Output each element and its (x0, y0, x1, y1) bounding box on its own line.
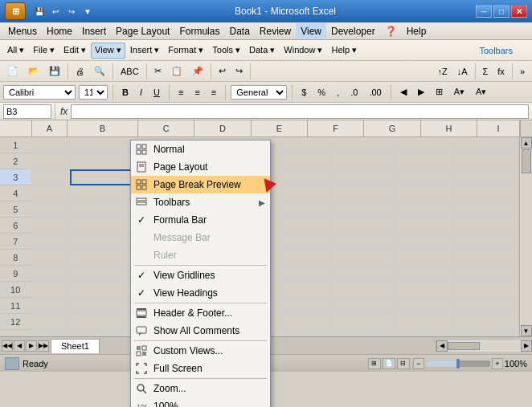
sum-btn[interactable]: Σ (479, 63, 493, 79)
tab-next-btn[interactable]: ▶ (26, 340, 37, 352)
zoom-out-btn[interactable]: − (413, 358, 424, 369)
spell-btn[interactable]: ABC (117, 63, 143, 79)
menu-item-custom-views[interactable]: Custom Views... (131, 342, 270, 360)
cell-e6[interactable] (271, 218, 333, 234)
col-header-b[interactable]: B (68, 120, 138, 136)
font-color-btn[interactable]: A▾ (472, 84, 490, 100)
col-header-e[interactable]: E (252, 120, 308, 136)
cell-h10[interactable] (456, 282, 518, 298)
cell-f11[interactable] (333, 298, 395, 314)
cell-g2[interactable] (395, 153, 456, 169)
redo-btn[interactable]: ↪ (231, 63, 247, 79)
indent-inc-btn[interactable]: ▶ (414, 84, 428, 100)
zoom-slider[interactable] (426, 360, 490, 367)
undo-quick-btn[interactable]: ↩ (48, 4, 63, 18)
menu-item-normal[interactable]: Normal (131, 140, 270, 158)
h-scroll-thumb[interactable] (448, 342, 480, 350)
cell-g6[interactable] (395, 218, 456, 234)
cell-e2[interactable] (271, 153, 333, 169)
view-menu[interactable]: View ▾ (91, 43, 125, 59)
fill-color-btn[interactable]: A▾ (450, 84, 469, 100)
func-btn[interactable]: fx (493, 63, 509, 79)
paste-btn[interactable]: 📌 (188, 63, 207, 79)
bold-btn[interactable]: B (118, 84, 133, 100)
currency-btn[interactable]: $ (297, 84, 310, 100)
save-btn[interactable]: 💾 (45, 63, 64, 79)
help-icon[interactable]: ❓ (380, 23, 402, 39)
menu-item-full-screen[interactable]: Full Screen (131, 360, 270, 377)
cell-g9[interactable] (395, 266, 456, 282)
tab-menus[interactable]: Menus (3, 23, 42, 39)
tab-first-btn[interactable]: ◀◀ (2, 340, 13, 352)
office-button[interactable]: ⊞ (5, 2, 26, 20)
indent-dec-btn[interactable]: ◀ (396, 84, 411, 100)
comma-btn[interactable]: , (333, 84, 343, 100)
percent-btn[interactable]: % (313, 84, 329, 100)
cell-g5[interactable] (395, 201, 456, 218)
cell-h9[interactable] (456, 266, 518, 282)
print-btn[interactable]: 🖨 (72, 63, 88, 79)
cell-h6[interactable] (456, 218, 518, 234)
cell-a3[interactable] (31, 169, 69, 185)
cell-h8[interactable] (456, 250, 518, 266)
menu-item-toolbars[interactable]: Toolbars ▶ (131, 193, 270, 211)
cell-a8[interactable] (31, 250, 69, 266)
cell-h12[interactable] (456, 314, 518, 330)
scroll-down-btn[interactable]: ▼ (521, 325, 532, 336)
col-header-c[interactable]: C (138, 120, 194, 136)
format-menu[interactable]: Format ▾ (164, 43, 207, 59)
cell-a10[interactable] (31, 282, 69, 298)
sort-asc-btn[interactable]: ↑Z (433, 63, 451, 79)
menu-item-zoom-100[interactable]: 100 100% (131, 397, 270, 407)
cell-f10[interactable] (333, 282, 395, 298)
cell-f7[interactable] (333, 234, 395, 250)
new-btn[interactable]: 📄 (3, 63, 23, 79)
tab-insert[interactable]: Insert (77, 23, 111, 39)
cell-h2[interactable] (456, 153, 518, 169)
cell-a5[interactable] (31, 201, 69, 218)
menu-item-formula-bar[interactable]: ✓ Formula Bar (131, 211, 270, 229)
cell-f6[interactable] (333, 218, 395, 234)
cell-f5[interactable] (333, 201, 395, 218)
cell-e4[interactable] (271, 185, 333, 201)
cell-e1[interactable] (271, 137, 333, 153)
tab-developer[interactable]: Developer (326, 23, 380, 39)
formula-input[interactable] (71, 104, 529, 119)
cell-a9[interactable] (31, 266, 69, 282)
cell-f4[interactable] (333, 185, 395, 201)
cell-f2[interactable] (333, 153, 395, 169)
h-scroll-track[interactable] (448, 342, 521, 350)
scroll-up-btn[interactable]: ▲ (521, 137, 532, 149)
number-format-select[interactable]: General (231, 85, 287, 100)
tab-formulas[interactable]: Formulas (174, 23, 224, 39)
menu-item-header-footer[interactable]: Header & Footer... (131, 304, 270, 322)
tab-data[interactable]: Data (224, 23, 254, 39)
font-size-select[interactable]: 11 (79, 85, 108, 100)
menu-item-page-break-preview[interactable]: Page Break Preview (131, 176, 270, 193)
cell-h1[interactable] (456, 137, 518, 153)
col-header-i[interactable]: I (477, 120, 520, 136)
help-menu[interactable]: Help ▾ (328, 43, 362, 59)
align-center-btn[interactable]: ≡ (190, 84, 203, 100)
cell-e9[interactable] (271, 266, 333, 282)
redo-quick-btn[interactable]: ↪ (64, 4, 79, 18)
menu-item-view-headings[interactable]: ✓ View Headings (131, 284, 270, 302)
view-dropdown-menu[interactable]: Normal Page Layout Page Break Preview (130, 140, 271, 407)
cell-e7[interactable] (271, 234, 333, 250)
cell-h3[interactable] (456, 169, 518, 185)
tab-home[interactable]: Home (42, 23, 77, 39)
page-layout-btn[interactable]: 📄 (383, 358, 395, 369)
file-menu[interactable]: File ▾ (29, 43, 59, 59)
tab-review[interactable]: Review (255, 23, 296, 39)
cell-reference-box[interactable]: B3 (3, 104, 51, 119)
cell-g12[interactable] (395, 314, 456, 330)
menu-item-view-gridlines[interactable]: ✓ View Gridlines (131, 267, 270, 284)
align-left-btn[interactable]: ≡ (174, 84, 187, 100)
close-button[interactable]: ✕ (511, 5, 527, 18)
preview-btn[interactable]: 🔍 (90, 63, 109, 79)
data-menu[interactable]: Data ▾ (245, 43, 279, 59)
cell-h11[interactable] (456, 298, 518, 314)
tools-menu[interactable]: Tools ▾ (208, 43, 244, 59)
col-header-f[interactable]: F (308, 120, 364, 136)
italic-btn[interactable]: I (136, 84, 146, 100)
